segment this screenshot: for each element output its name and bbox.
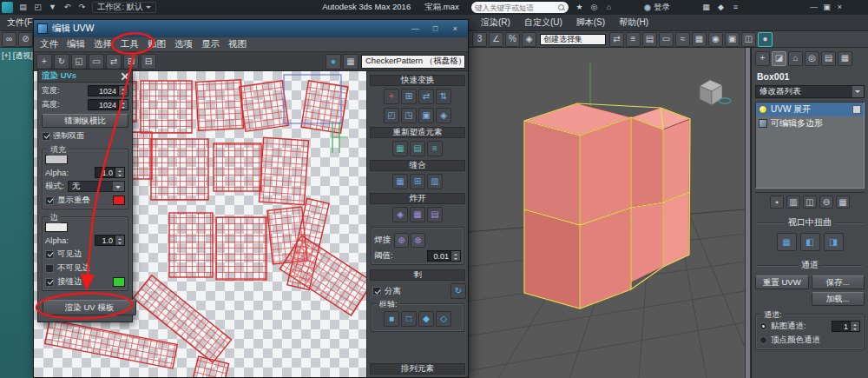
spinner-down-icon[interactable] [119, 105, 128, 110]
modifier-list-dropdown[interactable]: 修改器列表 [755, 85, 865, 98]
save-uvw-button[interactable]: 保存... [812, 275, 865, 289]
fill-alpha-input[interactable] [95, 167, 115, 178]
spinner-down-icon[interactable] [451, 256, 460, 262]
show-map-icon[interactable]: ▦ [343, 54, 358, 70]
material-editor-icon[interactable]: ◉ [708, 32, 723, 47]
make-unique-icon[interactable]: ◫ [803, 196, 817, 209]
spinner-down-icon[interactable] [115, 241, 124, 246]
map-channel-input[interactable] [832, 321, 851, 332]
menu-customize[interactable]: 自定义(U) [517, 17, 569, 29]
stitch-average-icon[interactable]: ▥ [427, 174, 443, 189]
modifier-stack-row-editable-poly[interactable]: 可编辑多边形 [756, 116, 864, 130]
height-input[interactable] [88, 99, 119, 110]
show-end-result-icon[interactable]: ▥ [786, 196, 800, 209]
search-input[interactable] [475, 3, 558, 12]
show-overlap-checkbox[interactable] [45, 196, 54, 205]
render-setup-icon[interactable]: ▣ [725, 32, 740, 47]
uv-island[interactable] [216, 217, 266, 280]
uv-island[interactable] [193, 356, 228, 377]
invisible-edges-checkbox[interactable] [45, 264, 54, 273]
menu-options[interactable]: 选项 [170, 38, 197, 50]
minimize-button[interactable]: — [807, 2, 820, 13]
search-icon[interactable] [558, 4, 565, 11]
menu-display[interactable]: 显示 [197, 38, 224, 50]
command-panel-scrollbar[interactable] [745, 48, 751, 378]
close-button[interactable]: × [833, 2, 846, 13]
relax-icon[interactable]: ▤ [410, 141, 425, 156]
new-scene-icon[interactable]: ▤ [16, 2, 30, 13]
rollout-distortion[interactable]: 视口中扭曲 [757, 216, 863, 229]
remove-modifier-icon[interactable]: ⊖ [819, 196, 833, 209]
reset-uvw-button[interactable]: 重置 UVW [755, 275, 809, 289]
menu-select[interactable]: 选择 [89, 38, 116, 50]
distortion-none-icon[interactable]: ▦ [777, 233, 797, 251]
space-vertical-icon[interactable]: ◳ [401, 108, 417, 123]
spinner-down-icon[interactable] [851, 327, 859, 332]
ribbon-toggle-icon[interactable]: ▭ [659, 32, 674, 47]
mirror-icon[interactable]: ⇄ [609, 32, 624, 47]
rescale-icon[interactable]: ◈ [436, 108, 451, 123]
model-face[interactable] [631, 117, 663, 208]
load-uvw-button[interactable]: 加载... [812, 292, 865, 306]
spinner-down-icon[interactable] [115, 173, 124, 178]
break-icon[interactable]: ◈ [392, 207, 408, 222]
normalize-icon[interactable]: ▣ [418, 108, 434, 123]
mode-dropdown[interactable]: 无 [68, 181, 125, 192]
menu-file-main[interactable]: 文件(F) [0, 17, 33, 27]
distortion-angular-icon[interactable]: ◧ [800, 233, 820, 251]
modify-tab-icon[interactable]: ◪ [772, 51, 786, 66]
uv-island[interactable] [45, 320, 178, 368]
rendered-frame-icon[interactable]: ◫ [741, 32, 756, 47]
unlink-selection-icon[interactable]: ⊘ [18, 32, 33, 47]
model-face[interactable] [663, 119, 690, 202]
display-tab-icon[interactable]: ▤ [821, 51, 836, 66]
restore-button[interactable]: ▣ [820, 2, 833, 13]
space-horizontal-icon[interactable]: ◰ [384, 108, 399, 123]
reset-peel-icon[interactable]: ↻ [450, 283, 466, 299]
model-face[interactable] [663, 192, 689, 267]
width-input[interactable] [88, 85, 119, 96]
model-face[interactable] [524, 209, 580, 308]
schematic-view-icon[interactable]: ▦ [692, 32, 707, 47]
app-menu-icon[interactable]: ≡ [729, 2, 742, 13]
menu-scripting[interactable]: 脚本(S) [569, 17, 612, 29]
configure-modifier-sets-icon[interactable]: ▦ [836, 196, 850, 209]
sign-in-button[interactable]: 登录 [644, 2, 670, 13]
scale-icon[interactable]: ◱ [71, 54, 87, 70]
uv-island[interactable] [240, 81, 289, 131]
separate-checkbox[interactable] [372, 287, 381, 295]
guess-aspect-button[interactable]: 猜测纵横比 [42, 114, 128, 128]
spinner-down-icon[interactable] [119, 91, 128, 96]
menu-help[interactable]: 帮助(H) [612, 17, 655, 29]
stitch-source-icon[interactable]: ⊞ [410, 174, 425, 189]
align-icon[interactable]: ≡ [626, 32, 641, 47]
layer-manager-icon[interactable]: ▤ [642, 32, 657, 47]
align-vertical-icon[interactable]: ⊞ [401, 89, 417, 104]
motion-tab-icon[interactable]: ◎ [805, 51, 819, 66]
undo-icon[interactable]: ↶ [61, 2, 74, 13]
uv-island[interactable] [196, 80, 244, 131]
relax-until-flat-icon[interactable]: ▦ [392, 141, 408, 156]
visibility-bulb-icon[interactable] [759, 105, 767, 114]
angle-snap-icon[interactable]: ∠ [489, 32, 503, 47]
render-uvs-titlebar[interactable]: 渲染 UVs [38, 70, 132, 83]
create-tab-icon[interactable]: + [755, 51, 770, 66]
threshold-input[interactable] [427, 250, 451, 262]
uv-island[interactable] [259, 137, 308, 204]
rollout-reshape-elements[interactable]: 重新塑造元素 [370, 127, 465, 138]
close-button[interactable]: × [446, 23, 464, 35]
select-and-link-icon[interactable]: ∞ [2, 32, 16, 47]
overlap-color-swatch[interactable] [113, 196, 125, 205]
seam-color-swatch[interactable] [113, 277, 125, 287]
perspective-viewport[interactable] [467, 48, 745, 378]
infocenter-icon[interactable]: ◎ [588, 2, 601, 13]
menu-edit[interactable]: 编辑 [62, 38, 89, 50]
force-2-sided-checkbox[interactable] [42, 132, 50, 141]
notification-icon[interactable]: ◆ [714, 2, 727, 13]
workspace-selector[interactable]: 工作区: 默认 [92, 2, 156, 13]
seam-edges-checkbox[interactable] [45, 278, 54, 287]
rollout-quick-transform[interactable]: 快速变换 [370, 75, 465, 86]
render-production-icon[interactable]: ● [758, 32, 773, 47]
home-icon[interactable]: ⌂ [602, 2, 615, 13]
pin-stack-icon[interactable]: ▪ [770, 196, 784, 209]
